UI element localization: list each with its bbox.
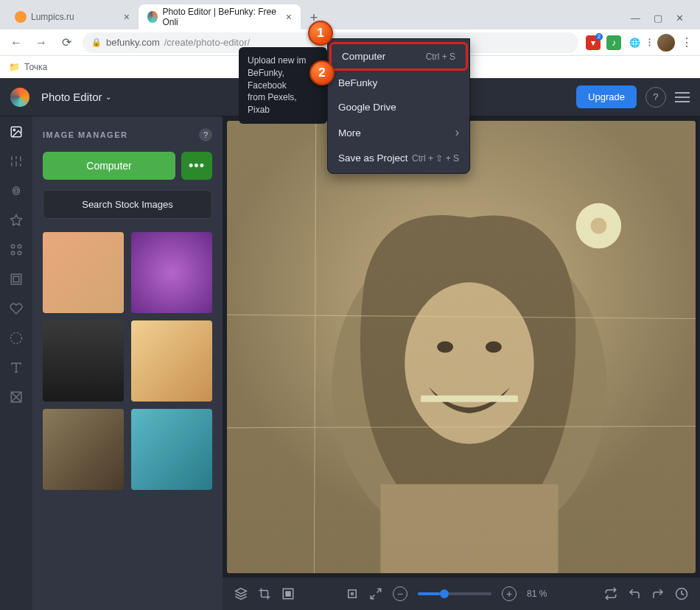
svg-rect-28	[380, 484, 558, 573]
svg-point-25	[437, 341, 453, 352]
svg-rect-35	[349, 590, 357, 598]
compare-icon[interactable]	[604, 587, 617, 600]
expand-icon[interactable]	[369, 587, 382, 600]
chevron-right-icon: ›	[455, 126, 459, 139]
upload-hint-tooltip: Upload new im BeFunky, Facebook from Pex…	[239, 47, 327, 124]
tool-rail	[0, 116, 32, 610]
canvas-toolbar: − + 81 %	[223, 578, 700, 610]
undo-icon[interactable]	[628, 587, 641, 600]
textures-tool-icon[interactable]	[8, 389, 24, 405]
upload-computer-button[interactable]: Computer	[43, 152, 175, 180]
history-icon[interactable]	[675, 587, 688, 600]
svg-point-36	[351, 593, 354, 595]
favicon-icon	[15, 11, 27, 23]
upgrade-button[interactable]: Upgrade	[576, 85, 637, 108]
upload-more-button[interactable]: •••	[181, 152, 212, 180]
star-tool-icon[interactable]	[8, 212, 24, 228]
svg-point-11	[18, 251, 21, 255]
heart-tool-icon[interactable]	[8, 301, 24, 317]
save-option-more[interactable]: More ›	[328, 119, 469, 146]
thumbnail-grid	[43, 232, 212, 490]
save-option-project[interactable]: Save as Project Ctrl + ⇧ + S	[328, 146, 469, 170]
zoom-slider[interactable]	[418, 592, 491, 595]
browser-tab-active[interactable]: Photo Editor | BeFunky: Free Onli ×	[139, 4, 301, 29]
save-option-computer[interactable]: Computer Ctrl + S	[329, 42, 468, 71]
svg-point-10	[11, 245, 15, 248]
fit-icon[interactable]	[346, 587, 359, 600]
svg-rect-15	[13, 276, 19, 282]
reload-icon[interactable]: ⟳	[57, 35, 75, 49]
save-option-befunky[interactable]: BeFunky	[328, 71, 469, 95]
browser-tab[interactable]: Lumpics.ru ×	[6, 4, 139, 29]
svg-marker-32	[236, 589, 247, 595]
svg-point-26	[486, 341, 502, 352]
stock-thumbnail[interactable]	[131, 232, 212, 313]
save-dropdown: Computer Ctrl + S BeFunky Google Drive M…	[327, 38, 470, 174]
zoom-in-icon[interactable]: +	[502, 586, 517, 601]
url-host: befunky.com	[106, 37, 160, 48]
favicon-icon	[147, 11, 158, 23]
svg-marker-9	[11, 215, 22, 225]
browser-tabstrip: Lumpics.ru × Photo Editor | BeFunky: Fre…	[0, 0, 700, 29]
crop-icon[interactable]	[258, 587, 271, 600]
back-icon[interactable]: ←	[7, 36, 25, 49]
frames-tool-icon[interactable]	[8, 271, 24, 287]
tab-title: Lumpics.ru	[31, 12, 74, 22]
search-stock-button[interactable]: Search Stock Images	[43, 190, 212, 219]
extension-icon[interactable]: ♪	[606, 35, 621, 50]
overlay-tool-icon[interactable]	[8, 330, 24, 346]
extension-icon[interactable]: ▾2	[586, 35, 601, 50]
panel-title: IMAGE MANAGER	[43, 130, 127, 139]
stock-thumbnail[interactable]	[43, 232, 124, 313]
canvas-image[interactable]	[227, 121, 696, 573]
svg-point-24	[405, 282, 533, 444]
graphics-tool-icon[interactable]	[8, 242, 24, 258]
stock-thumbnail[interactable]	[131, 320, 212, 402]
adjust-tool-icon[interactable]	[8, 153, 24, 169]
help-icon[interactable]: ?	[645, 87, 666, 108]
image-manager-panel: IMAGE MANAGER ? Computer ••• Search Stoc…	[32, 116, 223, 610]
folder-icon: 📁	[9, 62, 20, 72]
svg-point-22	[590, 218, 606, 234]
redo-icon[interactable]	[651, 587, 665, 600]
svg-rect-14	[11, 274, 21, 284]
extension-icon[interactable]: 🌐	[627, 35, 642, 50]
stock-thumbnail[interactable]	[131, 409, 212, 490]
stock-thumbnail[interactable]	[43, 320, 124, 402]
effects-tool-icon[interactable]	[8, 183, 24, 199]
zoom-out-icon[interactable]: −	[393, 586, 407, 601]
save-option-google-drive[interactable]: Google Drive	[328, 95, 469, 119]
tab-title: Photo Editor | BeFunky: Free Onli	[162, 7, 281, 27]
menu-icon[interactable]	[675, 92, 690, 102]
lock-icon: 🔒	[91, 38, 102, 47]
chevron-down-icon: ⌄	[105, 93, 111, 101]
app-logo-icon[interactable]	[10, 88, 29, 107]
browser-menu-icon[interactable]: ⋮	[681, 35, 693, 49]
app-root: Photo Editor⌄ Open⌄ Save⌄ Batch Upgrade …	[0, 78, 700, 610]
close-icon[interactable]: ×	[124, 11, 130, 23]
svg-point-8	[15, 189, 18, 193]
text-tool-icon[interactable]	[8, 360, 24, 376]
forward-icon[interactable]: →	[32, 36, 50, 49]
extensions-menu-icon[interactable]: ⁝	[648, 35, 651, 49]
svg-rect-27	[421, 396, 518, 402]
bookmark-item[interactable]: Точка	[24, 62, 47, 72]
svg-point-16	[11, 333, 22, 344]
close-icon[interactable]: ×	[286, 11, 292, 23]
url-path: /create/photo-editor/	[164, 37, 250, 48]
maximize-icon[interactable]: ▢	[654, 13, 662, 24]
profile-avatar[interactable]	[657, 34, 675, 52]
resize-icon[interactable]	[281, 587, 295, 600]
image-tool-icon[interactable]	[8, 124, 24, 140]
stock-thumbnail[interactable]	[43, 409, 124, 490]
brand-dropdown[interactable]: Photo Editor⌄	[41, 91, 111, 103]
svg-point-12	[18, 245, 21, 248]
panel-help-icon[interactable]: ?	[199, 128, 212, 141]
layers-icon[interactable]	[234, 587, 248, 600]
annotation-callout-1: 1	[308, 21, 333, 46]
annotation-callout-2: 2	[309, 60, 335, 85]
close-window-icon[interactable]: ✕	[676, 13, 684, 24]
minimize-icon[interactable]: —	[631, 13, 640, 24]
zoom-percent: 81 %	[527, 589, 553, 599]
svg-point-13	[11, 251, 15, 255]
